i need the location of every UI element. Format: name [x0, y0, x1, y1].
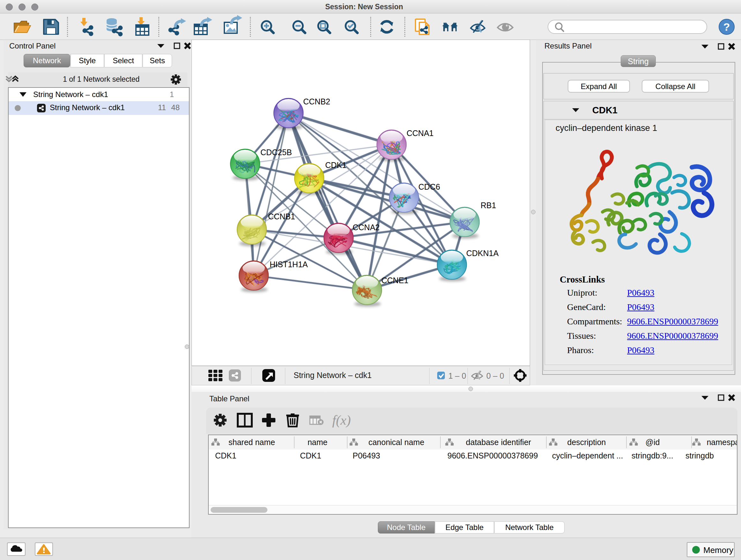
svg-text:shared name: shared name — [228, 438, 275, 447]
svg-text:stringdb:9...: stringdb:9... — [631, 451, 673, 460]
svg-text:CDC25B: CDC25B — [260, 148, 292, 157]
svg-text:?: ? — [724, 21, 730, 33]
svg-text:CCNE1: CCNE1 — [381, 276, 408, 285]
svg-text:CCNB1: CCNB1 — [268, 212, 295, 221]
svg-text:9606.ENSP00000378699: 9606.ENSP00000378699 — [448, 451, 538, 460]
svg-text:CDK1: CDK1 — [325, 161, 347, 170]
svg-text:HIST1H1A: HIST1H1A — [270, 260, 308, 269]
svg-text:RB1: RB1 — [481, 201, 496, 210]
svg-text:@id: @id — [646, 438, 660, 447]
svg-text:namespace: namespace — [706, 438, 737, 447]
svg-text:CCNB2: CCNB2 — [303, 97, 330, 106]
svg-text:CDC6: CDC6 — [418, 182, 440, 191]
svg-text:CDKN1A: CDKN1A — [466, 249, 499, 258]
svg-text:f(x): f(x) — [332, 413, 351, 428]
svg-text:name: name — [308, 438, 328, 447]
svg-text:canonical name: canonical name — [368, 438, 424, 447]
svg-text:CDK1: CDK1 — [215, 451, 237, 460]
svg-text:cyclin–dependent ...: cyclin–dependent ... — [552, 451, 623, 460]
svg-text:description: description — [567, 438, 606, 447]
svg-text:stringdb: stringdb — [685, 451, 714, 460]
svg-text:CCNA1: CCNA1 — [407, 129, 434, 138]
svg-text:CCNA2: CCNA2 — [353, 223, 380, 232]
svg-text:P06493: P06493 — [353, 451, 380, 460]
svg-text:CDK1: CDK1 — [300, 451, 321, 460]
svg-text:database identifier: database identifier — [466, 438, 531, 447]
